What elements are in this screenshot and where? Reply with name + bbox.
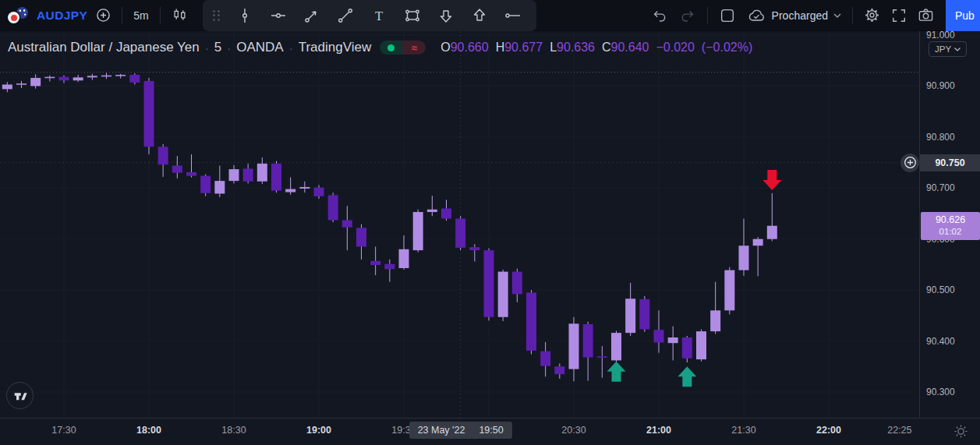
candle-down: [342, 221, 352, 228]
price-tick: 90.500: [926, 284, 955, 295]
candle-down: [200, 176, 211, 193]
screenshot-button[interactable]: [912, 0, 939, 31]
delayed-data-icon[interactable]: ≈: [402, 41, 426, 55]
candle-up: [2, 84, 12, 89]
cross-line-tool-button[interactable]: [228, 0, 261, 31]
price-tick: 90.800: [926, 132, 955, 143]
undo-button[interactable]: [646, 0, 674, 31]
candle-up: [668, 337, 678, 343]
settings-gear-icon: [864, 7, 880, 23]
candle-down: [484, 250, 494, 317]
price-tick: 90.300: [926, 387, 955, 397]
candle-up: [498, 272, 508, 317]
drag-handle-icon[interactable]: [213, 10, 221, 21]
time-tick: 21:30: [731, 425, 755, 436]
market-open-indicator[interactable]: [380, 41, 402, 55]
tooltip-time: 19:50: [479, 425, 503, 436]
layout-button[interactable]: [713, 0, 741, 31]
candle-down: [540, 351, 550, 366]
fullscreen-button[interactable]: [886, 0, 912, 31]
candle-up: [710, 310, 720, 331]
candle-up: [229, 169, 239, 181]
time-tick: 20:30: [561, 425, 586, 436]
candle-up: [696, 331, 706, 359]
undo-icon: [651, 7, 668, 24]
legend-interval[interactable]: 5: [214, 40, 221, 55]
compare-add-symbol-button[interactable]: [90, 0, 116, 31]
horizontal-line-tool-button[interactable]: [261, 0, 295, 31]
tooltip-date: 23 May '22: [418, 425, 465, 436]
time-tick: 22:00: [816, 425, 841, 436]
candle-down: [271, 164, 281, 191]
tradingview-watermark[interactable]: [6, 382, 34, 409]
legend-platform[interactable]: TradingView: [299, 40, 372, 55]
candle-down: [469, 247, 479, 250]
low-value: 90.636: [557, 41, 595, 54]
add-alert-button[interactable]: [900, 154, 919, 172]
close-value: 90.640: [611, 41, 649, 54]
candle-up: [16, 83, 27, 85]
time-tick: 22:25: [887, 425, 911, 436]
toolbar-divider: [852, 7, 853, 24]
account-name: Procharged: [772, 9, 828, 22]
cloud-account-button[interactable]: Procharged: [741, 0, 847, 31]
time-tick: 21:00: [646, 425, 671, 436]
price-tick: 90.400: [926, 336, 955, 347]
tradingview-logo-icon: [12, 387, 29, 404]
symbol-description[interactable]: Australian Dollar / Japanese Yen: [8, 40, 200, 55]
candle-up: [101, 76, 111, 77]
time-tick: 18:30: [221, 425, 246, 436]
market-status-pill[interactable]: ≈: [380, 41, 426, 55]
candle-up: [611, 333, 621, 360]
symbol-button[interactable]: AUDJPY: [34, 9, 90, 23]
chart-legend: Australian Dollar / Japanese Yen · 5 · O…: [8, 40, 752, 55]
arrow-up-tool-button[interactable]: [462, 0, 496, 31]
currency-label: JPY: [935, 44, 951, 54]
arrow-down-tool-button[interactable]: [429, 0, 462, 31]
chart-type-button[interactable]: [166, 0, 193, 31]
trend-line-tool-button[interactable]: [328, 0, 362, 31]
text-tool-icon: T: [370, 6, 388, 25]
rectangle-tool-icon: [403, 6, 422, 25]
price-tick: 91.000: [926, 30, 955, 41]
crosshair-price-label: 90.750: [920, 154, 980, 171]
change-value: −0.020: [656, 41, 694, 55]
drawing-tools-panel: T: [203, 0, 537, 31]
redo-button[interactable]: [674, 0, 702, 31]
toolbar-divider: [707, 7, 708, 24]
currency-selector[interactable]: JPY: [929, 41, 967, 57]
low-label: L: [550, 41, 557, 54]
candle-up: [285, 189, 295, 192]
interval-button[interactable]: 5m: [128, 0, 154, 31]
text-tool-button[interactable]: T: [362, 0, 395, 31]
time-axis[interactable]: 17:3018:0018:3019:0019:3020:0020:3021:00…: [0, 418, 980, 445]
arrow-up-tool-icon: [470, 6, 489, 25]
candle-up: [569, 323, 579, 369]
svg-text:T: T: [375, 8, 383, 23]
timezone-sun-icon[interactable]: [953, 423, 969, 443]
horizontal-ray-tool-button[interactable]: [496, 0, 529, 31]
price-axis[interactable]: 91.00090.90090.80090.70090.60090.50090.4…: [919, 31, 980, 418]
candlestick-chart[interactable]: [0, 31, 919, 418]
settings-button[interactable]: [858, 0, 886, 31]
rectangle-tool-button[interactable]: [395, 0, 429, 31]
publish-button[interactable]: Pub: [946, 0, 980, 31]
arrow-tool-button[interactable]: [295, 0, 328, 31]
candlestick-type-icon: [172, 7, 188, 23]
time-tick: 19:00: [306, 425, 331, 436]
candle-down: [639, 299, 649, 330]
candle-down: [129, 75, 140, 83]
candle-up: [625, 298, 635, 333]
last-price-badge: 90.626 01:02: [921, 212, 980, 240]
candle-down: [172, 166, 182, 173]
candle-up: [427, 210, 437, 212]
sell-signal-arrow-icon: [762, 170, 781, 190]
bar-countdown: 01:02: [939, 226, 962, 237]
legend-exchange[interactable]: OANDA: [236, 40, 283, 55]
arrow-tool-icon: [302, 6, 321, 25]
chart-area[interactable]: Australian Dollar / Japanese Yen · 5 · O…: [0, 31, 919, 418]
trend-line-tool-icon: [336, 6, 355, 25]
top-toolbar: AUDJPY 5m T: [0, 0, 980, 31]
price-tick: 90.700: [926, 182, 955, 193]
toolbar-divider: [160, 7, 161, 24]
